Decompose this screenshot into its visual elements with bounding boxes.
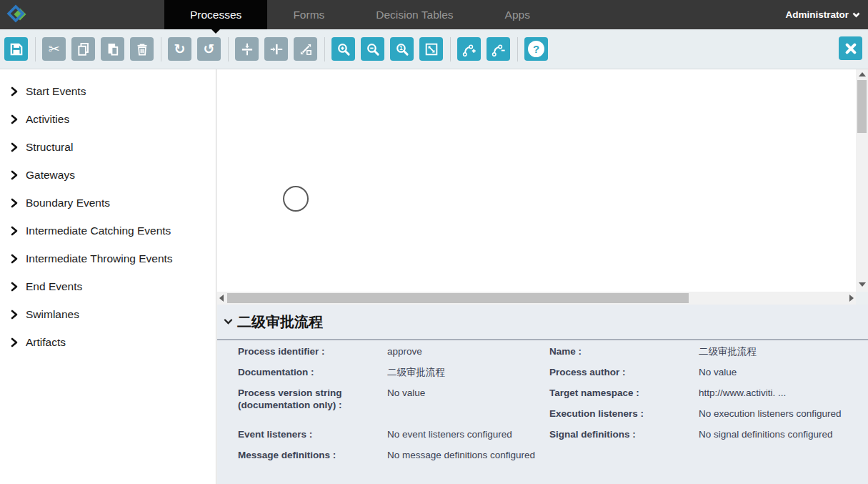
chevron-right-icon xyxy=(10,337,19,347)
tab-decision-tables-label: Decision Tables xyxy=(376,9,453,21)
property-label: Message definitions : xyxy=(238,449,387,461)
add-bendpoint-icon xyxy=(462,42,477,56)
chevron-right-icon xyxy=(10,142,19,152)
chevron-right-icon xyxy=(10,226,19,236)
toolbar-separator xyxy=(228,37,229,61)
sidebar-item-end-events[interactable]: End Events xyxy=(0,272,216,300)
property-value[interactable]: http://www.activiti. ... xyxy=(699,387,868,399)
properties-panel-header[interactable]: 二级审批流程 xyxy=(217,305,868,340)
chevron-right-icon xyxy=(10,282,19,292)
property-column-left: Process identifier : approve Documentati… xyxy=(217,345,543,470)
chevron-down-icon xyxy=(852,12,860,18)
property-value[interactable]: approve xyxy=(387,345,543,357)
scroll-left-arrow[interactable] xyxy=(219,295,224,302)
chevron-right-icon xyxy=(10,87,19,97)
property-row-target-namespace: Target namespace : http://www.activiti. … xyxy=(549,387,868,408)
sidebar-item-label: Intermediate Throwing Events xyxy=(26,252,173,265)
remove-bendpoint-icon xyxy=(492,42,506,56)
tab-apps[interactable]: Apps xyxy=(479,0,556,29)
tab-processes[interactable]: Processes xyxy=(164,0,267,29)
sidebar-item-label: End Events xyxy=(26,280,82,293)
canvas-vertical-scrollbar[interactable] xyxy=(856,69,868,292)
sidebar-item-label: Intermediate Catching Events xyxy=(26,224,171,237)
property-label: Process identifier : xyxy=(238,345,387,357)
chevron-down-icon xyxy=(224,318,233,325)
scroll-down-arrow[interactable] xyxy=(859,282,866,287)
same-size-button[interactable] xyxy=(294,37,317,61)
property-value[interactable]: No value xyxy=(699,366,868,378)
align-vertical-icon xyxy=(240,42,254,56)
canvas-horizontal-scrollbar[interactable] xyxy=(217,292,856,305)
process-canvas[interactable] xyxy=(217,69,856,292)
property-label: Name : xyxy=(549,345,699,357)
property-value[interactable]: 二级审批流程 xyxy=(699,345,868,357)
sidebar-item-activities[interactable]: Activities xyxy=(0,105,216,133)
property-value[interactable]: No value xyxy=(387,387,543,399)
chevron-right-icon xyxy=(10,254,19,264)
delete-button[interactable] xyxy=(130,37,154,61)
help-button[interactable]: ? xyxy=(524,37,548,61)
top-nav-bar: Processes Forms Decision Tables Apps Adm… xyxy=(0,0,868,29)
property-row-process-version-string: Process version string (documentation on… xyxy=(238,387,543,420)
cut-button[interactable]: ✂ xyxy=(42,37,66,61)
svg-text:1: 1 xyxy=(399,44,403,51)
property-column-right: Name : 二级审批流程 Process author : No value … xyxy=(543,345,868,470)
sidebar-item-start-events[interactable]: Start Events xyxy=(0,77,216,105)
user-name: Administrator xyxy=(785,9,849,20)
sidebar-item-label: Activities xyxy=(26,113,69,126)
property-label: Execution listeners : xyxy=(549,408,699,420)
sidebar-item-intermediate-catching-events[interactable]: Intermediate Catching Events xyxy=(0,217,216,245)
remove-bendpoint-button[interactable] xyxy=(487,37,510,61)
add-bendpoint-button[interactable] xyxy=(457,37,481,61)
sidebar-item-label: Gateways xyxy=(26,169,75,182)
tab-decision-tables[interactable]: Decision Tables xyxy=(350,0,479,29)
scroll-up-arrow[interactable] xyxy=(859,72,866,76)
paste-button[interactable] xyxy=(101,37,124,61)
toolbar-separator xyxy=(35,37,36,61)
property-row-message-definitions: Message definitions : No message definit… xyxy=(238,449,543,470)
scissors-icon: ✂ xyxy=(49,42,60,56)
zoom-fit-button[interactable] xyxy=(419,37,443,61)
property-value[interactable]: No signal definitions configured xyxy=(699,428,868,440)
property-value[interactable]: No execution listeners configured xyxy=(699,408,868,420)
scroll-right-arrow[interactable] xyxy=(849,295,854,302)
zoom-out-button[interactable] xyxy=(361,37,384,61)
sidebar-item-boundary-events[interactable]: Boundary Events xyxy=(0,189,216,217)
property-row-execution-listeners: Execution listeners : No execution liste… xyxy=(549,408,868,428)
tab-forms[interactable]: Forms xyxy=(267,0,350,29)
close-editor-button[interactable] xyxy=(839,36,862,60)
sidebar-item-intermediate-throwing-events[interactable]: Intermediate Throwing Events xyxy=(0,245,216,272)
align-horizontal-button[interactable] xyxy=(264,37,288,61)
start-event-circle[interactable] xyxy=(283,186,309,212)
sidebar-item-swimlanes[interactable]: Swimlanes xyxy=(0,300,216,328)
property-value[interactable]: 二级审批流程 xyxy=(387,366,543,378)
copy-button[interactable] xyxy=(71,37,95,61)
sidebar-item-structural[interactable]: Structural xyxy=(0,133,216,161)
zoom-actual-size-button[interactable]: 1 xyxy=(390,37,414,61)
activiti-logo-icon xyxy=(6,4,28,26)
nav-tabs: Processes Forms Decision Tables Apps xyxy=(164,0,556,29)
sidebar-item-label: Swimlanes xyxy=(26,308,79,321)
undo-button[interactable]: ↺ xyxy=(197,37,221,61)
property-row-process-author: Process author : No value xyxy=(549,366,868,387)
property-value[interactable]: No event listeners configured xyxy=(387,428,543,440)
property-value[interactable]: No message definitions configured xyxy=(387,449,543,461)
redo-arrow-icon: ↻ xyxy=(174,42,186,56)
sidebar-item-artifacts[interactable]: Artifacts xyxy=(0,328,216,356)
user-menu[interactable]: Administrator xyxy=(785,0,860,29)
property-label: Documentation : xyxy=(238,366,387,378)
zoom-in-button[interactable] xyxy=(331,37,355,61)
sidebar-item-gateways[interactable]: Gateways xyxy=(0,161,216,189)
toolbar-separator xyxy=(450,37,451,61)
floppy-icon xyxy=(9,42,24,56)
property-label: Process author : xyxy=(549,366,699,378)
sidebar-item-label: Boundary Events xyxy=(26,197,110,209)
save-button[interactable] xyxy=(4,37,28,61)
vertical-scroll-thumb[interactable] xyxy=(857,80,867,133)
redo-button[interactable]: ↻ xyxy=(168,37,191,61)
shape-palette-sidebar: Start Events Activities Structural Gatew… xyxy=(0,69,216,484)
chevron-right-icon xyxy=(10,310,19,320)
align-vertical-button[interactable] xyxy=(235,37,259,61)
chevron-right-icon xyxy=(10,170,19,180)
horizontal-scroll-thumb[interactable] xyxy=(227,293,689,303)
